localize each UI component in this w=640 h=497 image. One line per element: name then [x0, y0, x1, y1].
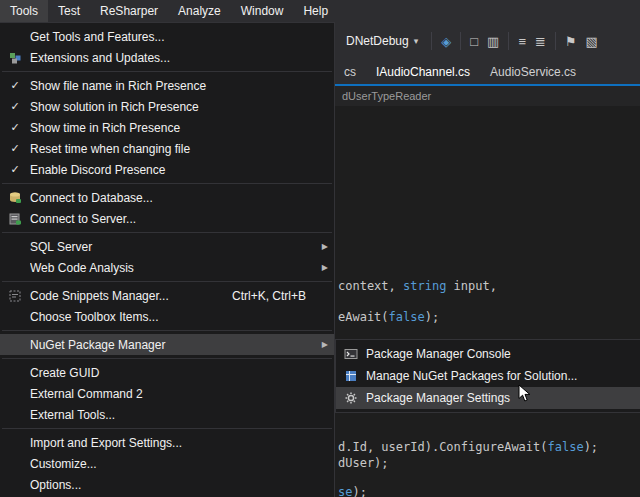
- checkmark-icon: ✓: [0, 79, 30, 92]
- menu-separator: [2, 428, 332, 429]
- submenu-arrow-icon: ▶: [314, 340, 328, 349]
- code-keyword: string: [403, 279, 446, 293]
- menu-item-label: Options...: [30, 478, 328, 492]
- menu-item-external-command-2[interactable]: External Command 2: [0, 383, 334, 404]
- code-text: );: [584, 440, 598, 454]
- menu-item-label: Show time in Rich Presence: [30, 121, 328, 135]
- menu-item-customize[interactable]: Customize...: [0, 453, 334, 474]
- submenu-item-label: Manage NuGet Packages for Solution...: [366, 369, 634, 383]
- submenu-arrow-icon: ▶: [314, 263, 328, 272]
- menu-separator: [2, 183, 332, 184]
- tab-audioservice[interactable]: AudioService.cs: [480, 60, 586, 84]
- submenu-item-label: Package Manager Settings: [366, 391, 634, 405]
- chevron-down-icon: ▾: [414, 36, 419, 46]
- debug-target-dropdown[interactable]: DNetDebug ▾: [342, 32, 422, 50]
- bookmark-flag-icon[interactable]: ⚑: [565, 35, 577, 48]
- menu-item-label: SQL Server: [30, 240, 314, 254]
- menu-item-label: Create GUID: [30, 366, 328, 380]
- code-text: eAwait(: [338, 310, 389, 324]
- menu-item-code-snippets-manager[interactable]: Code Snippets Manager... Ctrl+K, Ctrl+B: [0, 285, 334, 306]
- toolbar-separator: [555, 32, 556, 50]
- menubar-item-tools[interactable]: Tools: [0, 0, 48, 22]
- menu-item-connect-to-database[interactable]: Connect to Database...: [0, 187, 334, 208]
- menubar-item-window[interactable]: Window: [231, 0, 294, 22]
- menu-item-nuget-package-manager[interactable]: NuGet Package Manager ▶: [0, 334, 334, 355]
- menu-item-label: External Command 2: [30, 387, 328, 401]
- submenu-item-package-manager-console[interactable]: Package Manager Console: [336, 343, 640, 365]
- submenu-item-package-manager-settings[interactable]: Package Manager Settings: [336, 387, 640, 409]
- code-keyword: se: [338, 485, 352, 497]
- menu-item-label: Enable Discord Presence: [30, 163, 328, 177]
- window-icon[interactable]: □: [470, 35, 478, 48]
- menu-item-choose-toolbox-items[interactable]: Choose Toolbox Items...: [0, 306, 334, 327]
- tab-partial[interactable]: cs: [334, 60, 366, 84]
- tab-iaudiochannel[interactable]: IAudioChannel.cs: [366, 60, 480, 84]
- menu-item-label: Connect to Database...: [30, 191, 328, 205]
- menubar-item-analyze[interactable]: Analyze: [168, 0, 231, 22]
- indent-lines-icon[interactable]: ≡: [518, 35, 526, 48]
- menu-item-sql-server[interactable]: SQL Server ▶: [0, 236, 334, 257]
- database-icon: [0, 191, 30, 205]
- code-line: dUser);: [338, 456, 389, 470]
- toolbar-separator: [460, 32, 461, 50]
- package-icon: [336, 369, 366, 383]
- menu-item-show-time[interactable]: ✓ Show time in Rich Presence: [0, 117, 334, 138]
- code-keyword: false: [389, 310, 425, 324]
- code-text: dUser);: [338, 456, 389, 470]
- code-text: input,: [446, 279, 497, 293]
- menu-item-options[interactable]: Options...: [0, 474, 334, 495]
- menu-item-external-tools[interactable]: External Tools...: [0, 404, 334, 425]
- menu-item-import-export-settings[interactable]: Import and Export Settings...: [0, 432, 334, 453]
- menu-bar: Tools Test ReSharper Analyze Window Help: [0, 0, 640, 22]
- menu-item-label: Customize...: [30, 457, 328, 471]
- menu-item-create-guid[interactable]: Create GUID: [0, 362, 334, 383]
- checkmark-icon: ✓: [0, 121, 30, 134]
- code-line: context, string input,: [338, 279, 497, 293]
- menu-item-label: External Tools...: [30, 408, 328, 422]
- snippets-icon: [0, 289, 30, 303]
- menu-item-shortcut: Ctrl+K, Ctrl+B: [232, 289, 306, 303]
- submenu-arrow-icon: ▶: [314, 242, 328, 251]
- console-icon: [336, 347, 366, 361]
- tools-menu: Get Tools and Features... Extensions and…: [0, 22, 335, 497]
- attach-to-process-icon[interactable]: ◈: [441, 35, 451, 48]
- code-text: d.Id, userId).ConfigureAwait(: [338, 440, 548, 454]
- menu-item-connect-to-server[interactable]: Connect to Server...: [0, 208, 334, 229]
- menu-item-label: Web Code Analysis: [30, 261, 314, 275]
- code-keyword: false: [548, 440, 584, 454]
- open-window-icon[interactable]: ▥: [487, 35, 499, 48]
- menu-item-label: Show solution in Rich Presence: [30, 100, 328, 114]
- menu-item-reset-time[interactable]: ✓ Reset time when changing file: [0, 138, 334, 159]
- menu-item-extensions-and-updates[interactable]: Extensions and Updates...: [0, 47, 334, 68]
- menubar-item-resharper[interactable]: ReSharper: [90, 0, 168, 22]
- comment-block-icon[interactable]: ▧: [586, 35, 598, 48]
- menu-item-show-file-name[interactable]: ✓ Show file name in Rich Presence: [0, 75, 334, 96]
- menubar-item-help[interactable]: Help: [293, 0, 338, 22]
- menubar-item-test[interactable]: Test: [48, 0, 90, 22]
- menu-item-label: Connect to Server...: [30, 212, 328, 226]
- checkmark-icon: ✓: [0, 100, 30, 113]
- checkmark-icon: ✓: [0, 142, 30, 155]
- checkmark-icon: ✓: [0, 163, 30, 176]
- menu-item-label: Reset time when changing file: [30, 142, 328, 156]
- menu-item-web-code-analysis[interactable]: Web Code Analysis ▶: [0, 257, 334, 278]
- outdent-lines-icon[interactable]: ≣: [535, 35, 546, 48]
- menu-item-label: NuGet Package Manager: [30, 338, 314, 352]
- code-text: context,: [338, 279, 403, 293]
- menu-item-enable-discord-presence[interactable]: ✓ Enable Discord Presence: [0, 159, 334, 180]
- menu-item-label: Get Tools and Features...: [30, 30, 328, 44]
- menu-item-label: Show file name in Rich Presence: [30, 79, 328, 93]
- breadcrumb[interactable]: dUserTypeReader: [342, 90, 431, 102]
- nuget-submenu: Package Manager Console Manage NuGet Pac…: [335, 339, 640, 413]
- code-text: );: [352, 485, 366, 497]
- menu-separator: [2, 232, 332, 233]
- menu-item-label: Choose Toolbox Items...: [30, 310, 328, 324]
- submenu-item-label: Package Manager Console: [366, 347, 634, 361]
- code-text: );: [425, 310, 439, 324]
- menu-item-show-solution[interactable]: ✓ Show solution in Rich Presence: [0, 96, 334, 117]
- code-line: eAwait(false);: [338, 310, 439, 324]
- menu-item-label: Code Snippets Manager...: [30, 289, 232, 303]
- menu-item-label: Extensions and Updates...: [30, 51, 328, 65]
- menu-item-get-tools-and-features[interactable]: Get Tools and Features...: [0, 26, 334, 47]
- submenu-item-manage-nuget-packages[interactable]: Manage NuGet Packages for Solution...: [336, 365, 640, 387]
